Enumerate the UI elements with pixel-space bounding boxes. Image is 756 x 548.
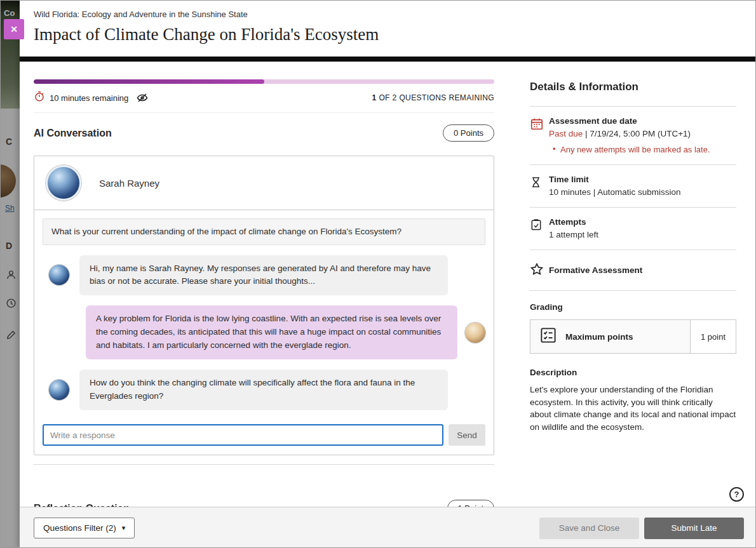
breadcrumb: Wild Florida: Ecology and Adventure in t… <box>34 10 756 19</box>
send-button[interactable]: Send <box>449 424 485 446</box>
submit-late-button[interactable]: Submit Late <box>644 518 744 539</box>
response-input-row: Send <box>43 424 485 446</box>
assessment-panel: Wild Florida: Ecology and Adventure in t… <box>20 1 756 548</box>
ai-conversation-points-badge: 0 Points <box>443 124 494 142</box>
timer-row: 10 minutes remaining 1 OF 2 QUESTIONS RE… <box>34 91 494 113</box>
time-limit-row: Time limit 10 minutes | Automatic submis… <box>530 165 736 208</box>
questions-remaining-count: 1 <box>372 93 377 102</box>
description-heading: Description <box>530 368 736 377</box>
reflection-question-points-badge: 1 Point <box>447 500 494 507</box>
attempts-text: Attempts 1 attempt left <box>549 217 736 239</box>
grading-left: Maximum points <box>530 320 690 353</box>
modal-backdrop <box>1 1 20 548</box>
questions-filter-button[interactable]: Questions Filter (2) ▾ <box>34 518 135 538</box>
questions-remaining-text: OF 2 QUESTIONS REMAINING <box>379 93 494 102</box>
checklist-icon <box>539 326 558 347</box>
due-date-status: Past due <box>549 129 583 138</box>
ai-conversation-card: Sarah Rayney What is your current unders… <box>34 156 494 455</box>
conversation-body: What is your current understanding of th… <box>34 210 494 455</box>
questions-filter-label: Questions Filter (2) <box>43 523 116 533</box>
main-column: 10 minutes remaining 1 OF 2 QUESTIONS RE… <box>34 62 494 507</box>
ai-avatar <box>49 265 69 285</box>
due-date-title: Assessment due date <box>549 116 736 126</box>
persona-avatar <box>46 165 81 201</box>
persona-header: Sarah Rayney <box>34 156 494 210</box>
hide-timer-button[interactable] <box>136 92 149 104</box>
formative-text: Formative Assessment <box>549 265 736 275</box>
questions-remaining: 1 OF 2 QUESTIONS REMAINING <box>372 93 494 102</box>
star-icon <box>530 262 549 279</box>
ai-conversation-heading: AI Conversation <box>34 128 112 139</box>
time-remaining-label: 10 minutes remaining <box>50 93 128 103</box>
grading-box: Maximum points 1 point <box>530 319 736 354</box>
grading-heading: Grading <box>530 302 736 312</box>
chevron-down-icon: ▾ <box>122 525 126 531</box>
details-heading: Details & Information <box>530 81 736 107</box>
ai-message: How do you think the changing climate wi… <box>43 370 485 410</box>
persona-name: Sarah Rayney <box>99 178 159 189</box>
help-button[interactable]: ? <box>729 487 744 502</box>
formative-row: Formative Assessment <box>530 250 736 291</box>
panel-header: Wild Florida: Ecology and Adventure in t… <box>20 1 756 57</box>
time-limit-value: 10 minutes | Automatic submission <box>549 187 736 197</box>
close-icon: ✕ <box>10 24 18 34</box>
calendar-icon <box>530 116 549 154</box>
due-date-value: Past due | 7/19/24, 5:00 PM (UTC+1) <box>549 129 736 138</box>
prompt-question: What is your current understanding of th… <box>43 218 485 245</box>
max-points-label: Maximum points <box>565 332 633 342</box>
timer-progress-bar <box>34 79 494 84</box>
student-message: A key problem for Florida is the low lyi… <box>43 305 485 359</box>
description-text: Let's explore your understanding of the … <box>530 384 736 433</box>
time-limit-text: Time limit 10 minutes | Automatic submis… <box>549 175 736 197</box>
ai-avatar <box>49 380 69 400</box>
page-title: Impact of Climate Change on Florida's Ec… <box>34 24 756 44</box>
attempts-row: Attempts 1 attempt left <box>530 208 736 250</box>
student-message-bubble: A key problem for Florida is the low lyi… <box>86 305 457 359</box>
formative-title: Formative Assessment <box>549 265 736 275</box>
student-avatar <box>465 323 485 343</box>
max-points-value: 1 point <box>690 320 736 353</box>
late-warning: Any new attempts will be marked as late. <box>549 145 736 154</box>
help-icon: ? <box>734 490 739 499</box>
due-date-separator: | <box>585 129 588 138</box>
footer-bar: Questions Filter (2) ▾ Save and Close Su… <box>20 507 756 548</box>
close-button[interactable]: ✕ <box>4 19 24 39</box>
time-limit-title: Time limit <box>549 175 736 184</box>
assessment-overlay-screen: Co C Sh D ✕ Wild Florida: Ecology and Ad… <box>0 0 756 548</box>
background-page: Co C Sh D <box>1 1 20 548</box>
ai-conversation-header-row: AI Conversation 0 Points <box>34 124 494 142</box>
hourglass-icon <box>530 175 549 197</box>
ai-message: Hi, my name is Sarah Rayney. My response… <box>43 255 485 296</box>
header-divider-bar <box>20 57 756 62</box>
due-date-row: Assessment due date Past due | 7/19/24, … <box>530 107 736 165</box>
response-input[interactable] <box>43 424 443 446</box>
attempts-title: Attempts <box>549 217 736 227</box>
timer-progress-fill <box>34 79 264 84</box>
details-sidebar: Details & Information Assessment due dat… <box>530 62 736 507</box>
due-date-datetime: 7/19/24, 5:00 PM (UTC+1) <box>590 129 691 138</box>
eye-slash-icon <box>136 96 149 105</box>
timer-icon <box>34 91 45 105</box>
clipboard-check-icon <box>530 217 549 239</box>
attempts-value: 1 attempt left <box>549 230 736 239</box>
reflection-question-header-row: Reflection Question 1 Point <box>34 500 494 507</box>
panel-content: 10 minutes remaining 1 OF 2 QUESTIONS RE… <box>20 62 756 507</box>
ai-message-bubble: How do you think the changing climate wi… <box>79 370 448 410</box>
save-and-close-button[interactable]: Save and Close <box>539 518 639 539</box>
section-divider <box>34 464 494 465</box>
due-date-text: Assessment due date Past due | 7/19/24, … <box>549 116 736 154</box>
footer-actions: Save and Close Submit Late <box>539 518 744 539</box>
ai-message-bubble: Hi, my name is Sarah Rayney. My response… <box>79 255 448 296</box>
